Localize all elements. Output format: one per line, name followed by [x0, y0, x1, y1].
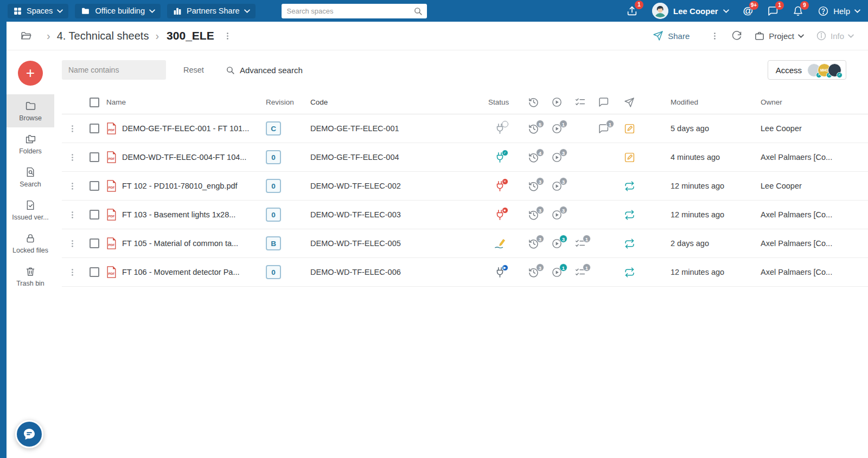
- status-cell[interactable]: ▶: [477, 267, 522, 278]
- table-row[interactable]: PDF DEMO-WD-TF-ELEC-004-FT 104... 0 DEMO…: [62, 143, 868, 172]
- column-header-workflow-icon[interactable]: [545, 96, 569, 108]
- refresh-button[interactable]: [731, 30, 742, 41]
- comments-button[interactable]: 1: [592, 123, 615, 134]
- file-name[interactable]: FT 103 - Basement lights 1x28...: [122, 210, 235, 219]
- status-cell[interactable]: [477, 123, 522, 134]
- file-name-cell[interactable]: PDF FT 102 - PD101-78010_engb.pdf: [106, 180, 266, 192]
- table-row[interactable]: PDF FT 103 - Basement lights 1x28... 0 D…: [62, 201, 868, 229]
- column-header-status[interactable]: Status: [477, 98, 522, 106]
- row-menu-button[interactable]: [62, 124, 82, 133]
- table-row[interactable]: PDF FT 105 - Material of common ta... B …: [62, 229, 868, 258]
- row-menu-button[interactable]: [62, 153, 82, 162]
- table-row[interactable]: PDF FT 106 - Movement detector Pa... 0 D…: [62, 258, 868, 287]
- workflow-button[interactable]: 3: [545, 209, 569, 221]
- file-name[interactable]: FT 105 - Material of common ta...: [122, 239, 238, 248]
- file-name-cell[interactable]: PDF FT 106 - Movement detector Pa...: [106, 266, 266, 278]
- column-header-modified[interactable]: Modified: [643, 98, 761, 106]
- info-menu[interactable]: Info: [816, 30, 854, 41]
- history-button[interactable]: 3: [522, 209, 545, 221]
- sidebar-item-browse[interactable]: Browse: [7, 94, 54, 127]
- project-menu[interactable]: Project: [754, 31, 804, 41]
- workflow-button[interactable]: 1: [545, 123, 569, 134]
- workflow-button[interactable]: 1: [545, 267, 569, 278]
- sidebar-item-locked-files[interactable]: Locked files: [7, 227, 54, 260]
- row-checkbox[interactable]: [90, 181, 99, 191]
- status-cell[interactable]: [477, 237, 522, 249]
- workflow-button[interactable]: 3: [545, 152, 569, 163]
- column-header-history-icon[interactable]: [522, 96, 545, 108]
- file-name[interactable]: DEMO-WD-TF-ELEC-004-FT 104...: [122, 153, 246, 162]
- column-header-comments-icon[interactable]: [592, 96, 615, 108]
- row-menu-button[interactable]: [62, 268, 82, 277]
- search-icon[interactable]: [413, 7, 423, 16]
- column-header-owner[interactable]: Owner: [761, 98, 868, 106]
- file-name-cell[interactable]: PDF FT 103 - Basement lights 1x28...: [106, 209, 266, 221]
- revision-badge[interactable]: 0: [266, 179, 281, 193]
- mentions-button[interactable]: @ 9+: [743, 5, 754, 16]
- share-button[interactable]: Share: [653, 30, 690, 41]
- reset-button[interactable]: Reset: [183, 66, 204, 74]
- add-button[interactable]: +: [18, 61, 43, 86]
- column-header-code[interactable]: Code: [303, 98, 477, 106]
- user-menu[interactable]: Lee Cooper: [652, 3, 729, 19]
- share-space-menu[interactable]: Partners Share: [167, 4, 256, 18]
- history-button[interactable]: 5: [522, 123, 545, 134]
- file-name[interactable]: FT 102 - PD101-78010_engb.pdf: [122, 182, 238, 190]
- folder-open-icon[interactable]: [20, 30, 33, 42]
- file-name-cell[interactable]: PDF FT 105 - Material of common ta...: [106, 237, 266, 249]
- column-header-tasks-icon[interactable]: [569, 96, 592, 108]
- row-menu-button[interactable]: [62, 210, 82, 220]
- tasks-button[interactable]: 1: [569, 238, 592, 249]
- file-name-cell[interactable]: PDF DEMO-WD-TF-ELEC-004-FT 104...: [106, 151, 266, 163]
- table-row[interactable]: PDF FT 102 - PD101-78010_engb.pdf 0 DEMO…: [62, 172, 868, 201]
- column-header-name[interactable]: Name: [106, 98, 266, 106]
- status-cell[interactable]: ■: [477, 209, 522, 221]
- workflow-button[interactable]: 3: [545, 238, 569, 249]
- markup-edit-button[interactable]: [615, 152, 643, 163]
- notifications-button[interactable]: 9: [793, 5, 803, 17]
- sidebar-item-search[interactable]: Search: [7, 160, 54, 193]
- issue-sync-button[interactable]: [615, 209, 643, 221]
- status-cell[interactable]: ✓: [477, 152, 522, 163]
- advanced-search-button[interactable]: Advanced search: [226, 66, 303, 75]
- markup-edit-button[interactable]: [615, 123, 643, 134]
- column-header-issue-icon[interactable]: [615, 97, 643, 108]
- help-menu[interactable]: Help: [818, 5, 860, 17]
- revision-badge[interactable]: B: [266, 236, 281, 250]
- column-header-revision[interactable]: Revision: [266, 98, 303, 106]
- row-checkbox[interactable]: [90, 267, 99, 277]
- tasks-button[interactable]: 1: [569, 267, 592, 278]
- more-actions-button[interactable]: [710, 31, 719, 41]
- table-row[interactable]: PDF DEMO-GE-TF-ELEC-001 - FT 101... C DE…: [62, 114, 868, 143]
- revision-badge[interactable]: 0: [266, 208, 281, 222]
- messages-button[interactable]: 1: [767, 5, 778, 17]
- status-cell[interactable]: ✕: [477, 180, 522, 192]
- breadcrumb-menu-button[interactable]: [223, 31, 232, 41]
- row-menu-button[interactable]: [62, 239, 82, 248]
- revision-badge[interactable]: C: [266, 121, 281, 136]
- history-button[interactable]: 4: [522, 152, 545, 163]
- access-button[interactable]: Access ✓MHO✓✓: [768, 60, 846, 80]
- sidebar-item-issued-ver[interactable]: Issued ver...: [7, 193, 54, 227]
- search-spaces-input[interactable]: [282, 4, 427, 18]
- sidebar-item-folders[interactable]: Folders: [7, 127, 54, 160]
- file-name[interactable]: DEMO-GE-TF-ELEC-001 - FT 101...: [122, 124, 249, 133]
- row-checkbox[interactable]: [90, 238, 99, 248]
- support-chat-button[interactable]: [15, 420, 43, 448]
- issue-sync-button[interactable]: [615, 180, 643, 192]
- breadcrumb-parent[interactable]: 4. Technical sheets: [57, 30, 149, 42]
- workspace-menu[interactable]: Office building: [75, 4, 161, 18]
- history-button[interactable]: 3: [522, 238, 545, 249]
- row-checkbox[interactable]: [90, 124, 99, 133]
- issue-sync-button[interactable]: [615, 238, 643, 249]
- row-menu-button[interactable]: [62, 182, 82, 191]
- file-name[interactable]: FT 106 - Movement detector Pa...: [122, 268, 240, 276]
- row-checkbox[interactable]: [90, 210, 99, 220]
- upload-button[interactable]: 1: [626, 5, 638, 17]
- select-all-checkbox[interactable]: [90, 98, 99, 107]
- sidebar-item-trash-bin[interactable]: Trash bin: [7, 260, 54, 293]
- file-name-cell[interactable]: PDF DEMO-GE-TF-ELEC-001 - FT 101...: [106, 122, 266, 134]
- history-button[interactable]: 3: [522, 180, 545, 192]
- revision-badge[interactable]: 0: [266, 265, 281, 279]
- history-button[interactable]: 3: [522, 267, 545, 278]
